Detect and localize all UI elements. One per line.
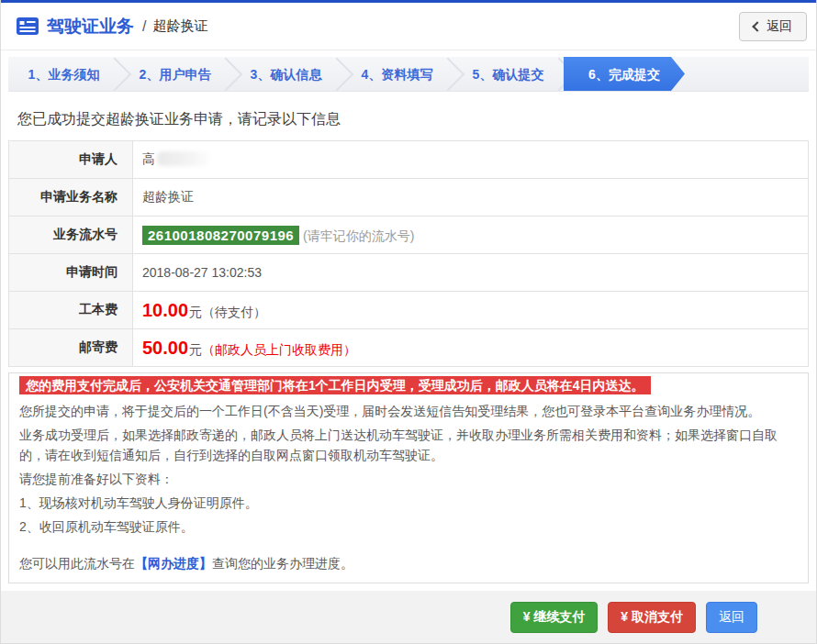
notice-paragraph: 业务成功受理后，如果选择邮政寄递的，邮政人员将上门送达机动车驾驶证，并收取办理业… bbox=[19, 423, 798, 467]
applicant-name: 高 bbox=[142, 151, 155, 166]
notice-paragraph: 请您提前准备好以下资料： bbox=[19, 467, 798, 491]
step-tab-2[interactable]: 2、用户申告 bbox=[119, 57, 230, 91]
page-header: 驾驶证业务 / 超龄换证 返回 bbox=[1, 3, 816, 50]
success-message: 您已成功提交超龄换证业务申请，请记录以下信息 bbox=[17, 110, 809, 129]
step-tab-4[interactable]: 4、资料填写 bbox=[341, 57, 453, 91]
production-fee-value: 10.00元（待支付） bbox=[133, 292, 809, 329]
continue-payment-button[interactable]: ¥ 继续支付 bbox=[510, 602, 599, 633]
postage-fee-label: 邮寄费 bbox=[9, 329, 133, 367]
step-tab-label: 6、完成提交 bbox=[588, 67, 660, 82]
back-button-label: 返回 bbox=[767, 18, 792, 35]
step-tab-label: 4、资料填写 bbox=[362, 67, 433, 82]
step-tab-1[interactable]: 1、业务须知 bbox=[8, 57, 119, 91]
action-footer: ¥ 继续支付 ¥ 取消支付 返回 bbox=[1, 591, 816, 643]
table-row-applicant: 申请人 高 bbox=[9, 141, 809, 179]
step-tab-3[interactable]: 3、确认信息 bbox=[230, 57, 341, 91]
production-fee-note: （待支付） bbox=[202, 305, 266, 319]
return-button[interactable]: 返回 bbox=[706, 602, 757, 633]
step-tab-label: 2、用户申告 bbox=[140, 67, 211, 82]
notice-paragraph: 您所提交的申请，将于提交后的一个工作日(不含当天)受理，届时会发送短信告知受理结… bbox=[19, 399, 798, 423]
notice-paragraph: 1、现场核对机动车驾驶人身份证明原件。 bbox=[19, 491, 798, 515]
table-row-serial: 业务流水号 261001808270079196 (请牢记你的流水号) bbox=[9, 217, 809, 254]
page-title: 驾驶证业务 bbox=[47, 15, 134, 39]
step-tab-6-active[interactable]: 6、完成提交 bbox=[564, 57, 685, 91]
payment-notice-banner: 您的费用支付完成后，公安机关交通管理部门将在1个工作日内受理，受理成功后，邮政人… bbox=[19, 376, 651, 394]
progress-hint: 您可以用此流水号在【网办进度】查询您的业务办理进度。 bbox=[19, 551, 798, 575]
notice-box: 您的费用支付完成后，公安机关交通管理部门将在1个工作日内受理，受理成功后，邮政人… bbox=[8, 372, 809, 583]
table-row-apply-time: 申请时间 2018-08-27 13:02:53 bbox=[9, 254, 809, 292]
postage-fee-amount: 50.00 bbox=[142, 338, 188, 358]
postage-fee-note: （邮政人员上门收取费用） bbox=[202, 342, 356, 357]
table-row-business-name: 申请业务名称 超龄换证 bbox=[9, 179, 809, 217]
applicant-label: 申请人 bbox=[9, 141, 133, 179]
apply-time-label: 申请时间 bbox=[9, 254, 133, 292]
table-row-production-fee: 工本费 10.00元（待支付） bbox=[9, 292, 809, 329]
step-tab-label: 5、确认提交 bbox=[473, 67, 544, 82]
step-progress-bar: 1、业务须知 2、用户申告 3、确认信息 4、资料填写 5、确认提交 6、完成提… bbox=[8, 57, 809, 92]
production-fee-unit: 元 bbox=[189, 305, 202, 319]
breadcrumb-current: 超龄换证 bbox=[152, 17, 207, 35]
serial-value: 261001808270079196 (请牢记你的流水号) bbox=[133, 217, 809, 254]
serial-label: 业务流水号 bbox=[9, 217, 133, 254]
progress-link[interactable]: 【网办进度】 bbox=[135, 556, 212, 571]
production-fee-amount: 10.00 bbox=[142, 300, 188, 320]
chevron-left-icon bbox=[752, 21, 762, 31]
progress-hint-prefix: 您可以用此流水号在 bbox=[19, 556, 135, 571]
step-tab-label: 3、确认信息 bbox=[251, 67, 322, 82]
back-button[interactable]: 返回 bbox=[739, 12, 807, 41]
step-tab-label: 1、业务须知 bbox=[28, 67, 100, 82]
serial-number-badge: 261001808270079196 bbox=[142, 226, 299, 245]
business-name-label: 申请业务名称 bbox=[9, 179, 133, 217]
progress-hint-suffix: 查询您的业务办理进度。 bbox=[212, 556, 353, 571]
apply-time-value: 2018-08-27 13:02:53 bbox=[133, 254, 809, 292]
license-card-icon bbox=[16, 17, 39, 36]
production-fee-label: 工本费 bbox=[9, 292, 133, 329]
cancel-payment-button[interactable]: ¥ 取消支付 bbox=[608, 602, 696, 633]
postage-fee-unit: 元 bbox=[189, 342, 202, 357]
notice-paragraph: 2、收回原机动车驾驶证原件。 bbox=[19, 515, 798, 539]
step-tab-5[interactable]: 5、确认提交 bbox=[453, 57, 564, 91]
business-name-value: 超龄换证 bbox=[133, 179, 809, 217]
applicant-value: 高 bbox=[133, 141, 809, 179]
breadcrumb-separator: / bbox=[142, 18, 146, 35]
postage-fee-value: 50.00元（邮政人员上门收取费用） bbox=[133, 329, 809, 367]
application-info-table: 申请人 高 申请业务名称 超龄换证 业务流水号 2610018082700791… bbox=[8, 140, 809, 367]
serial-note: (请牢记你的流水号) bbox=[303, 228, 414, 243]
table-row-postage-fee: 邮寄费 50.00元（邮政人员上门收取费用） bbox=[9, 329, 809, 367]
redacted-name-mask bbox=[157, 151, 210, 166]
